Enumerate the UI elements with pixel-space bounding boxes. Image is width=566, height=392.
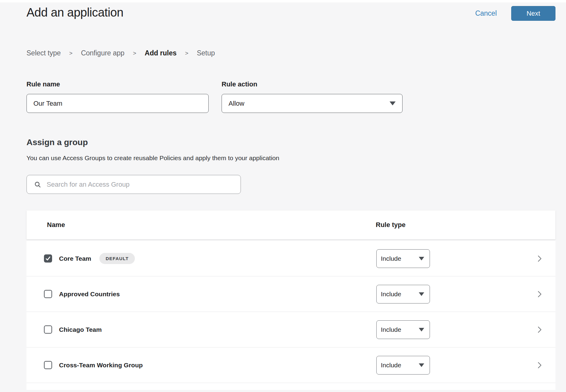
rule-type-selected-value: Include [381,291,401,298]
table-row[interactable]: Chicago Team Include [26,312,555,347]
rule-type-selected-value: Include [381,326,401,333]
table-row[interactable]: Cross-Team Working Group Include [26,347,555,383]
row-name-area: Cross-Team Working Group [44,361,376,369]
rule-type-selected-value: Include [381,255,401,262]
table-row[interactable]: Approved Countries Include [26,276,555,312]
assign-group-description: You can use Access Groups to create reus… [26,154,555,162]
search-icon [34,181,41,188]
group-name-label: Core Team [59,255,91,262]
chevron-down-icon [419,257,424,260]
row-name-area: Core Team DEFAULT [44,253,376,264]
search-input[interactable] [46,180,237,189]
group-checkbox[interactable] [44,325,52,334]
rule-name-field-group: Rule name [26,80,209,113]
rule-type-selected-value: Include [381,362,401,369]
group-name-label: Cross-Team Working Group [59,362,143,369]
group-checkbox[interactable] [44,361,52,369]
chevron-down-icon [419,363,424,367]
breadcrumb-step-select-type[interactable]: Select type [26,49,61,57]
rule-type-select[interactable]: Include [376,285,430,303]
column-header-rule-type: Rule type [376,221,406,229]
chevron-right-icon[interactable] [536,291,543,298]
breadcrumb-separator: > [69,50,73,57]
next-button[interactable]: Next [511,6,555,21]
breadcrumb-step-configure-app[interactable]: Configure app [81,49,125,57]
chevron-down-icon [419,328,424,331]
access-group-search-box[interactable] [26,175,241,194]
table-row[interactable]: Core Team DEFAULT Include [26,241,555,276]
chevron-right-icon[interactable] [536,326,543,333]
checkmark-icon [45,256,51,261]
rule-action-label: Rule action [222,80,403,89]
default-badge: DEFAULT [99,253,135,264]
group-checkbox[interactable] [44,254,52,263]
page-header: Add an application Cancel Next [26,2,555,21]
rule-name-control [26,94,209,113]
groups-table-rows: Core Team DEFAULT Include Approved Count… [26,241,555,390]
breadcrumb-separator: > [133,50,136,57]
assign-group-heading: Assign a group [26,138,555,147]
row-name-area: Chicago Team [44,325,376,334]
chevron-right-icon[interactable] [536,362,543,369]
add-application-page: Add an application Cancel Next Select ty… [0,2,566,390]
breadcrumb-step-setup[interactable]: Setup [197,49,215,57]
rule-name-label: Rule name [26,80,209,89]
group-name-label: Chicago Team [59,326,102,333]
chevron-down-icon [390,101,396,105]
breadcrumb: Select type > Configure app > Add rules … [26,49,555,57]
row-name-area: Approved Countries [44,290,376,298]
table-row-partial [26,383,555,390]
rule-fields: Rule name Rule action Allow [26,80,555,113]
groups-table: Name Rule type Core Team DEFAULT Include [26,210,555,390]
breadcrumb-separator: > [185,50,188,57]
rule-name-input[interactable] [33,100,202,107]
rule-type-select[interactable]: Include [376,320,430,339]
rule-action-selected-value: Allow [229,100,244,107]
rule-type-select[interactable]: Include [376,249,430,268]
breadcrumb-step-add-rules: Add rules [145,49,177,57]
top-white-strip [0,0,566,2]
group-checkbox[interactable] [44,290,52,298]
chevron-right-icon[interactable] [536,255,543,262]
chevron-down-icon [419,292,424,296]
group-name-label: Approved Countries [59,291,120,298]
groups-table-header: Name Rule type [26,210,555,239]
rule-action-select[interactable]: Allow [222,94,403,113]
rule-type-select[interactable]: Include [376,356,430,375]
rule-action-field-group: Rule action Allow [222,80,403,113]
cancel-button[interactable]: Cancel [475,9,497,17]
header-actions: Cancel Next [475,6,555,21]
page-title: Add an application [26,5,123,20]
column-header-name: Name [47,221,376,229]
